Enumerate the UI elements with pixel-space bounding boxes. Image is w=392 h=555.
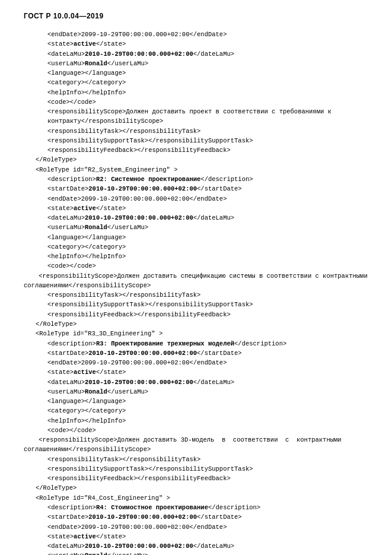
- code-line: <responsibilityFeedback></responsibility…: [47, 310, 368, 319]
- code-line: <dateLaMu>2010-10-29T00:00:00.000+02:00<…: [47, 541, 368, 551]
- code-line: </RoleType>: [36, 155, 368, 164]
- code-line: <responsibilityScope>Должен доставить пр…: [47, 107, 368, 126]
- code-line: <startDate>2010-10-29T00:00:00.000+02:00…: [47, 512, 368, 522]
- code-line: <state>active</state>: [47, 204, 368, 213]
- code-line: <userLaMu>Ronald</userLaMu>: [47, 59, 368, 68]
- code-line: <endDate>2099-10-29T00:00:00.000+02:00</…: [47, 30, 368, 39]
- code-line: <code></code>: [47, 426, 368, 435]
- code-line: <responsibilitySupportTask></responsibil…: [47, 300, 368, 309]
- code-line: <userLaMu>Ronald</userLaMu>: [47, 551, 368, 555]
- code-line: <category></category>: [47, 406, 368, 416]
- page-header: ГОСТ Р 10.0.04—2019: [24, 12, 368, 20]
- code-line: <code></code>: [47, 97, 368, 107]
- code-line: <state>active</state>: [47, 532, 368, 541]
- code-line: <helpInfo></helpInfo>: [47, 252, 368, 261]
- code-line: <endDate>2099-10-29T00:00:00.000+02:00</…: [47, 358, 368, 367]
- code-line: <helpInfo></helpInfo>: [47, 416, 368, 426]
- code-line: <startDate>2010-10-29T00:00:00.000+02:00…: [47, 184, 368, 194]
- code-line: <responsibilityScope>Должен доставить 3D…: [24, 435, 368, 455]
- code-line: <language></language>: [47, 68, 368, 78]
- code-line: <endDate>2099-10-29T00:00:00.000+02:00</…: [47, 194, 368, 204]
- code-line: </RoleType>: [36, 483, 368, 493]
- code-line: <responsibilityScope>Должен доставить сп…: [24, 271, 368, 291]
- code-line: <RoleType id="R3_3D_Engineering" >: [36, 329, 368, 338]
- code-line: <state>active</state>: [47, 367, 368, 377]
- code-line: </RoleType>: [36, 319, 368, 329]
- code-line: <description>R3: Проектирование трехмерн…: [47, 339, 368, 348]
- code-line: <responsibilitySupportTask></responsibil…: [47, 464, 368, 474]
- code-line: <responsibilityTask></responsibilityTask…: [47, 455, 368, 464]
- code-line: <responsibilityTask></responsibilityTask…: [47, 126, 368, 136]
- code-line: <dateLaMu>2010-10-29T00:00:00.000+02:00<…: [47, 378, 368, 387]
- code-line: <responsibilityTask></responsibilityTask…: [47, 290, 368, 300]
- code-line: <code></code>: [47, 261, 368, 271]
- code-line: <userLaMu>Ronald</userLaMu>: [47, 387, 368, 397]
- code-line: <startDate>2010-10-29T00:00:00.000+02:00…: [47, 348, 368, 358]
- code-line: <dateLaMu>2010-10-29T00:00:00.000+02:00<…: [47, 213, 368, 223]
- code-line: <userLaMu>Ronald</userLaMu>: [47, 223, 368, 232]
- code-line: <description>R4: Стоимостное проектирова…: [47, 503, 368, 512]
- code-line: <category></category>: [47, 78, 368, 87]
- code-line: <description>R2: Системное проектировани…: [47, 175, 368, 184]
- code-line: <language></language>: [47, 233, 368, 242]
- code-line: <language></language>: [47, 397, 368, 406]
- code-line: <RoleType id="R4_Cost_Engineering" >: [36, 493, 368, 503]
- code-content: <endDate>2099-10-29T00:00:00.000+02:00</…: [24, 30, 368, 555]
- code-line: <category></category>: [47, 242, 368, 252]
- header-title: ГОСТ Р 10.0.04—2019: [24, 12, 104, 20]
- code-line: <dateLaMu>2010-10-29T00:00:00.000+02:00<…: [47, 49, 368, 59]
- code-line: <responsibilityFeedback></responsibility…: [47, 145, 368, 155]
- code-line: <RoleType id="R2_System_Engineering" >: [36, 165, 368, 175]
- code-line: <endDate>2099-10-29T00:00:00.000+02:00</…: [47, 522, 368, 532]
- code-line: <responsibilitySupportTask></responsibil…: [47, 136, 368, 145]
- code-line: <responsibilityFeedback></responsibility…: [47, 474, 368, 483]
- code-line: <helpInfo></helpInfo>: [47, 88, 368, 97]
- code-line: <state>active</state>: [47, 39, 368, 49]
